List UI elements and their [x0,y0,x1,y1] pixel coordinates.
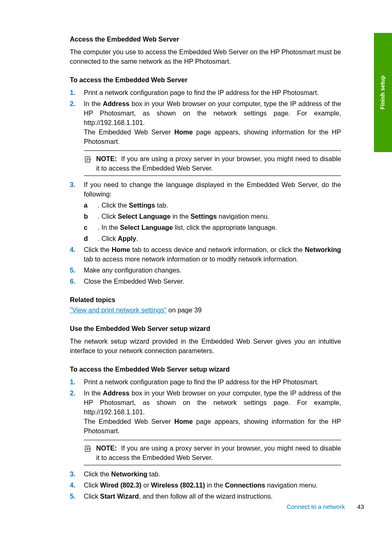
section-heading: Access the Embedded Web Server [70,35,341,44]
procedure-heading: To access the Embedded Web Server setup … [70,365,341,374]
step-text: Click Wired (802.3) or Wireless (802.11)… [84,481,318,489]
text-run: . In the [98,224,120,231]
text-run: tab to access device and network informa… [130,246,305,253]
step-text: Click the Home tab to access device and … [84,246,341,263]
text-run: tab. [148,470,161,478]
text-run: In the [84,100,103,107]
text-run: Click the [84,246,112,253]
step-text: Click Start Wizard, and then follow all … [84,492,273,500]
note-block: NOTE: If you are using a proxy server in… [84,440,341,465]
text-run: navigation menu. [217,213,270,220]
step-number: 1. [70,377,76,387]
step-text: The Embedded Web Server Home page appear… [84,417,341,436]
bold-text: Start Wizard [100,492,139,500]
note-text: If you are using a proxy server in your … [96,155,341,172]
page-content: Access the Embedded Web Server The compu… [70,35,341,501]
step-text: Click the Networking tab. [84,470,160,478]
step-item: 4. Click the Home tab to access device a… [70,245,341,264]
text-run: in the [171,213,191,220]
substep-letter: a [84,201,88,210]
text-run: or [141,481,151,489]
text-run: . Click [98,213,118,220]
text-run: The Embedded Web Server [84,128,174,136]
bold-text: Settings [129,201,155,209]
note-label: NOTE: [96,444,117,452]
note-text: If you are using a proxy server in your … [96,444,341,461]
substeps: a. Click the Settings tab. b. Click Sele… [84,201,341,243]
substep-letter: b [84,212,88,221]
text-run: The Embedded Web Server [84,418,174,425]
step-item: 5. Make any configuration changes. [70,266,341,275]
text-run: tab to access more network information o… [84,255,298,263]
step-number: 6. [70,277,76,286]
step-item: 3. If you need to change the language di… [70,180,341,243]
footer-page-number: 43 [357,503,364,510]
bold-text: Select Language [120,224,173,231]
section-intro: The computer you use to access the Embed… [70,47,341,66]
related-link-page: on page 39 [166,306,202,314]
substep-item: d. Click Apply. [84,234,341,243]
step-item: 3. Click the Networking tab. [70,469,341,479]
note-content: NOTE: If you are using a proxy server in… [84,444,341,462]
step-item: 4. Click Wired (802.3) or Wireless (802.… [70,481,341,490]
text-run: in the [205,481,225,489]
note-label: NOTE: [96,155,117,162]
step-number: 5. [70,492,76,501]
bold-text: Home [112,246,130,253]
procedure-steps: 1. Print a network configuration page to… [70,377,341,501]
step-item: 5. Click Start Wizard, and then follow a… [70,492,341,501]
text-run: navigation menu. [265,481,318,489]
step-number: 2. [70,99,76,109]
bold-text: Networking [111,470,148,478]
step-item: 2. In the Address box in your Web browse… [70,99,341,176]
procedure-steps: 1. Print a network configuration page to… [70,88,341,286]
substep-item: a. Click the Settings tab. [84,201,341,210]
substep-item: c. In the Select Language list, click th… [84,223,341,232]
step-item: 6. Close the Embedded Web Server. [70,277,341,286]
text-run: Click the [84,470,111,478]
note-icon [84,444,92,455]
bold-text: Wired (802.3) [100,481,142,489]
bold-text: Apply [118,235,136,242]
step-item: 1. Print a network configuration page to… [70,377,341,387]
note-icon [84,155,92,166]
related-topics-link-line: "View and print network settings" on pag… [70,305,341,315]
page-footer: Connect to a network 43 [286,502,364,511]
side-tab: Finish setup [374,33,392,152]
related-link[interactable]: "View and print network settings" [70,306,166,314]
bold-text: Home [174,128,193,136]
section-intro: The network setup wizard provided in the… [70,337,341,356]
bold-text: Select Language [118,213,171,220]
document-page: Finish setup Access the Embedded Web Ser… [0,0,392,543]
footer-section-title: Connect to a network [286,503,345,510]
related-topics-heading: Related topics [70,295,341,305]
section-heading: Use the Embedded Web Server setup wizard [70,324,341,333]
text-run: . Click [98,235,118,242]
step-number: 1. [70,88,76,97]
text-run: , and then follow all of the wizard inst… [139,492,273,500]
step-number: 4. [70,481,76,490]
step-text: If you need to change the language displ… [84,181,341,198]
step-item: 1. Print a network configuration page to… [70,88,341,97]
step-text: Print a network configuration page to fi… [84,89,319,96]
step-text: In the Address box in your Web browser o… [84,389,341,416]
step-number: 3. [70,180,76,189]
side-tab-label: Finish setup [379,76,387,109]
bold-text: Wireless (802.11) [151,481,205,489]
text-run: . Click the [98,201,129,209]
text-run: . [136,235,138,242]
bold-text: Settings [191,213,217,220]
step-item: 2. In the Address box in your Web browse… [70,388,341,465]
bold-text: Address [103,389,129,397]
bold-text: Networking [305,246,341,253]
step-number: 2. [70,388,76,398]
step-text: Make any configuration changes. [84,266,182,274]
text-run: tab. [155,201,168,209]
procedure-heading: To access the Embedded Web Server [70,75,341,85]
bold-text: Address [103,100,129,107]
substep-letter: d [84,234,88,243]
bold-text: Connections [225,481,265,489]
text-run: Click [84,481,100,489]
step-number: 4. [70,245,76,254]
step-text: Print a network configuration page to fi… [84,378,319,386]
